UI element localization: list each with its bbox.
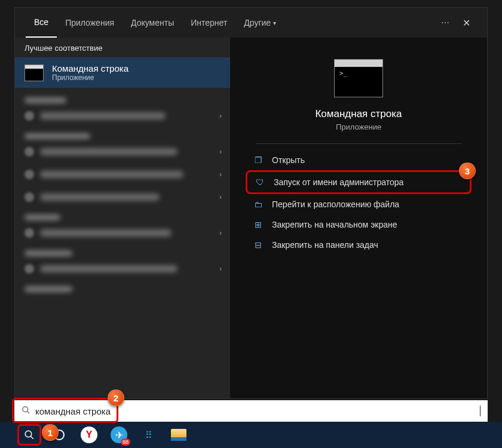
annotation-badge-1: 1 [42, 424, 59, 441]
action-open[interactable]: ❐Открыть [246, 150, 472, 170]
other-results: › › › › › › [15, 88, 230, 398]
chevron-right-icon: › [219, 193, 225, 201]
open-icon: ❐ [253, 155, 264, 165]
list-item[interactable]: › [25, 105, 225, 127]
best-match-text: Командная строка Приложение [52, 63, 128, 82]
app-icon: ⠿ [140, 426, 157, 443]
chevron-right-icon: › [219, 112, 225, 120]
yandex-icon: Y [81, 426, 97, 443]
svg-point-2 [25, 431, 32, 437]
svg-point-0 [23, 407, 28, 412]
list-item[interactable]: › [25, 186, 225, 208]
action-pin-start[interactable]: ⊞Закрепить на начальном экране [246, 214, 472, 235]
pin-icon: ⊞ [253, 220, 264, 229]
annotation-badge-2: 2 [108, 389, 124, 406]
action-run-as-admin[interactable]: 🛡Запуск от имени администратора 3 [246, 170, 472, 194]
divider [256, 143, 461, 144]
annotation-highlight-taskbar-search [17, 424, 41, 446]
taskbar: Y ✈88 ⠿ [0, 422, 502, 448]
list-item[interactable]: › [25, 257, 225, 280]
chevron-right-icon: › [219, 265, 225, 273]
cmd-preview-icon [334, 59, 383, 97]
list-item[interactable]: › [25, 222, 225, 244]
action-pin-taskbar[interactable]: ⊟Закрепить на панели задач [246, 235, 472, 255]
section-best-match: Лучшее соответствие [15, 38, 230, 57]
pin-icon: ⊟ [253, 240, 264, 250]
preview-column: Командная строка Приложение ❐Открыть 🛡За… [230, 38, 487, 398]
chevron-down-icon: ▾ [273, 20, 276, 26]
search-icon [22, 406, 30, 416]
notification-badge: 88 [121, 438, 130, 446]
shield-icon: 🛡 [255, 177, 265, 187]
chevron-right-icon: › [219, 229, 225, 237]
taskbar-explorer[interactable] [165, 423, 192, 447]
actions-list: ❐Открыть 🛡Запуск от имени администратора… [242, 150, 475, 255]
taskbar-app[interactable]: ⠿ [135, 423, 163, 447]
tab-apps[interactable]: Приложения [57, 8, 123, 38]
chevron-right-icon: › [219, 148, 225, 156]
annotation-badge-3: 3 [459, 162, 476, 179]
taskbar-telegram[interactable]: ✈88 [105, 423, 133, 447]
taskbar-search-button[interactable] [16, 423, 43, 447]
cmd-icon [25, 65, 44, 81]
list-item[interactable]: › [25, 140, 225, 163]
taskbar-yandex[interactable]: Y [75, 423, 103, 447]
action-open-location[interactable]: 🗀Перейти к расположению файла [246, 194, 472, 214]
tabs-bar: Все Приложения Документы Интернет Другие… [15, 8, 487, 38]
best-match-subtitle: Приложение [52, 73, 128, 82]
results-column: Лучшее соответствие Командная строка При… [15, 38, 230, 398]
search-input[interactable] [35, 406, 480, 416]
text-caret [480, 406, 480, 416]
content-area: Лучшее соответствие Командная строка При… [15, 38, 487, 398]
folder-icon [171, 429, 186, 441]
best-match-item[interactable]: Командная строка Приложение [15, 57, 230, 88]
search-box[interactable] [14, 400, 488, 422]
tab-all[interactable]: Все [26, 8, 57, 38]
best-match-title: Командная строка [52, 63, 128, 73]
preview-title: Командная строка [315, 108, 402, 120]
list-item[interactable]: › [25, 163, 225, 186]
svg-line-3 [30, 436, 33, 439]
tab-internet[interactable]: Интернет [182, 8, 235, 38]
tab-documents[interactable]: Документы [123, 8, 182, 38]
options-button[interactable]: ⋯ [435, 18, 457, 27]
chevron-right-icon: › [219, 170, 225, 179]
folder-icon: 🗀 [253, 200, 264, 209]
close-button[interactable]: ✕ [457, 17, 476, 29]
search-panel: Все Приложения Документы Интернет Другие… [14, 7, 488, 399]
preview-subtitle: Приложение [336, 122, 381, 131]
search-icon [24, 429, 35, 440]
tab-more[interactable]: Другие▾ [235, 8, 284, 38]
svg-line-1 [27, 411, 29, 413]
